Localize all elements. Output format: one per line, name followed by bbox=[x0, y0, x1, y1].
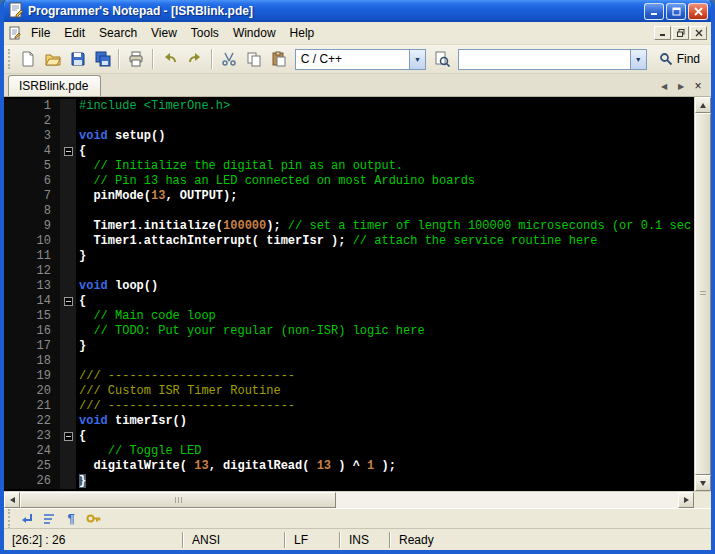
fold-marker[interactable] bbox=[60, 429, 76, 444]
code-line[interactable]: 10 Timer1.attachInterrupt( timerIsr ); /… bbox=[4, 234, 694, 249]
code-line[interactable]: 22void timerIsr() bbox=[4, 414, 694, 429]
line-number: 17 bbox=[4, 339, 60, 354]
whitespace-button[interactable] bbox=[39, 510, 59, 527]
scroll-right-button[interactable] bbox=[678, 492, 694, 508]
code-line[interactable]: 3void setup() bbox=[4, 129, 694, 144]
code-line[interactable]: 11} bbox=[4, 249, 694, 264]
tab-scroll-right-icon[interactable]: ▶ bbox=[674, 79, 688, 93]
code-line[interactable]: 21/// -------------------------- bbox=[4, 399, 694, 414]
toolbar-grip[interactable] bbox=[8, 49, 12, 69]
menu-bar: File Edit Search View Tools Window Help bbox=[4, 22, 711, 45]
code-text: Timer1.initialize(100000); // set a time… bbox=[76, 219, 691, 234]
menu-file[interactable]: File bbox=[24, 24, 57, 42]
find-button[interactable]: Find bbox=[651, 48, 708, 70]
fold-margin bbox=[60, 444, 76, 459]
print-icon bbox=[128, 51, 144, 67]
code-editor[interactable]: 1#include <TimerOne.h>23void setup()4{5 … bbox=[4, 97, 694, 491]
code-line[interactable]: 20/// Custom ISR Timer Routine bbox=[4, 384, 694, 399]
fold-margin bbox=[60, 174, 76, 189]
fold-collapse-icon[interactable] bbox=[64, 432, 73, 441]
title-bar[interactable]: Programmer's Notepad - [ISRBlink.pde] bbox=[4, 0, 711, 22]
code-line[interactable]: 2 bbox=[4, 114, 694, 129]
copy-icon bbox=[246, 51, 262, 67]
save-all-button[interactable] bbox=[91, 48, 115, 70]
code-line[interactable]: 9 Timer1.initialize(100000); // set a ti… bbox=[4, 219, 694, 234]
scroll-up-button[interactable] bbox=[695, 97, 711, 113]
menu-help[interactable]: Help bbox=[283, 24, 322, 42]
code-line[interactable]: 26} bbox=[4, 474, 694, 489]
vertical-scrollbar[interactable] bbox=[694, 97, 711, 491]
search-input[interactable]: ▼ bbox=[458, 49, 647, 70]
bottom-toolbar-grip[interactable] bbox=[8, 509, 12, 529]
horizontal-scroll-thumb[interactable] bbox=[20, 492, 336, 508]
show-eol-button[interactable]: ¶ bbox=[61, 510, 81, 527]
find-in-files-icon bbox=[434, 51, 450, 67]
paste-button[interactable] bbox=[267, 48, 291, 70]
scroll-left-button[interactable] bbox=[4, 492, 20, 508]
line-endings-button[interactable] bbox=[17, 510, 37, 527]
open-file-button[interactable] bbox=[41, 48, 65, 70]
horizontal-scrollbar[interactable] bbox=[4, 492, 694, 508]
chevron-down-icon[interactable]: ▼ bbox=[630, 50, 646, 69]
code-line[interactable]: 8 bbox=[4, 204, 694, 219]
code-line[interactable]: 23{ bbox=[4, 429, 694, 444]
toolbar-separator bbox=[118, 49, 120, 69]
fold-marker[interactable] bbox=[60, 294, 76, 309]
code-line[interactable]: 4{ bbox=[4, 144, 694, 159]
maximize-button[interactable] bbox=[666, 3, 686, 20]
copy-button[interactable] bbox=[242, 48, 266, 70]
code-line[interactable]: 19/// -------------------------- bbox=[4, 369, 694, 384]
menu-window[interactable]: Window bbox=[226, 24, 283, 42]
fold-margin bbox=[60, 459, 76, 474]
code-line[interactable]: 7 pinMode(13, OUTPUT); bbox=[4, 189, 694, 204]
mdi-minimize-button[interactable] bbox=[654, 26, 671, 40]
scroll-down-button[interactable] bbox=[695, 475, 711, 491]
save-button[interactable] bbox=[66, 48, 90, 70]
fold-collapse-icon[interactable] bbox=[64, 297, 73, 306]
code-line[interactable]: 14{ bbox=[4, 294, 694, 309]
code-text: Timer1.attachInterrupt( timerIsr ); // a… bbox=[76, 234, 598, 249]
vertical-scroll-thumb[interactable] bbox=[695, 113, 711, 475]
new-document-button[interactable] bbox=[16, 48, 40, 70]
code-line[interactable]: 25 digitalWrite( 13, digitalRead( 13 ) ^… bbox=[4, 459, 694, 474]
tab-scroll-left-icon[interactable]: ◀ bbox=[657, 79, 671, 93]
mdi-restore-button[interactable] bbox=[672, 26, 689, 40]
print-button[interactable] bbox=[124, 48, 148, 70]
horizontal-scroll-track[interactable] bbox=[20, 492, 678, 508]
code-line[interactable]: 15 // Main code loop bbox=[4, 309, 694, 324]
code-line[interactable]: 18 bbox=[4, 354, 694, 369]
code-text: void timerIsr() bbox=[76, 414, 187, 429]
fold-collapse-icon[interactable] bbox=[64, 147, 73, 156]
code-line[interactable]: 17} bbox=[4, 339, 694, 354]
language-select[interactable]: C / C++ ▼ bbox=[295, 49, 426, 70]
find-in-files-button[interactable] bbox=[430, 48, 454, 70]
redo-button[interactable] bbox=[183, 48, 207, 70]
code-line[interactable]: 6 // Pin 13 has an LED connected on most… bbox=[4, 174, 694, 189]
fold-margin bbox=[60, 99, 76, 114]
code-line[interactable]: 24 // Toggle LED bbox=[4, 444, 694, 459]
code-line[interactable]: 1#include <TimerOne.h> bbox=[4, 99, 694, 114]
code-line[interactable]: 5 // Initialize the digital pin as an ou… bbox=[4, 159, 694, 174]
chevron-down-icon[interactable]: ▼ bbox=[409, 50, 425, 69]
menu-view[interactable]: View bbox=[144, 24, 184, 42]
tab-isrblink[interactable]: ISRBlink.pde bbox=[8, 75, 101, 96]
cut-button[interactable] bbox=[217, 48, 241, 70]
code-line[interactable]: 12 bbox=[4, 264, 694, 279]
tab-close-icon[interactable]: × bbox=[691, 79, 705, 93]
code-line[interactable]: 16 // TODO: Put your regular (non-ISR) l… bbox=[4, 324, 694, 339]
fold-margin bbox=[60, 264, 76, 279]
menu-search[interactable]: Search bbox=[92, 24, 144, 42]
protect-button[interactable] bbox=[83, 510, 103, 527]
minimize-button[interactable] bbox=[644, 3, 664, 20]
code-text: /// -------------------------- bbox=[76, 369, 295, 384]
fold-marker[interactable] bbox=[60, 144, 76, 159]
close-button[interactable] bbox=[688, 3, 708, 20]
undo-button[interactable] bbox=[158, 48, 182, 70]
code-line[interactable]: 13void loop() bbox=[4, 279, 694, 294]
mdi-close-button[interactable] bbox=[690, 26, 707, 40]
menu-edit[interactable]: Edit bbox=[57, 24, 92, 42]
menu-tools[interactable]: Tools bbox=[184, 24, 226, 42]
vertical-scroll-track[interactable] bbox=[695, 113, 711, 475]
code-text: void loop() bbox=[76, 279, 158, 294]
code-text: { bbox=[76, 429, 86, 444]
